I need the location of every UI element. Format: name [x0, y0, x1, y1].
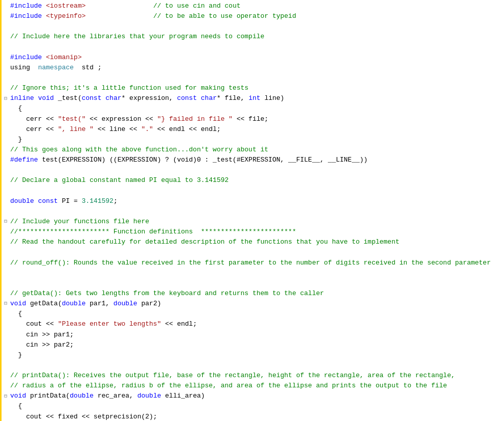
- code-text-span: #include <iostream> // to use cin and co…: [9, 1, 241, 11]
- code-line: cin >> par2;: [0, 340, 504, 350]
- code-editor: #include <iostream> // to use cin and co…: [0, 0, 504, 421]
- code-line: ⊟// Include your functions file here: [0, 217, 504, 227]
- code-text-span: cin >> par2;: [9, 340, 74, 350]
- code-line: #define test(EXPRESSION) ((EXPRESSION) ?…: [0, 155, 504, 165]
- code-text-span: [9, 21, 14, 32]
- fold-gutter-empty: [2, 340, 9, 350]
- code-text-span: [9, 360, 14, 371]
- fold-gutter-empty: [2, 73, 9, 83]
- code-text-span: // printData(): Receives the output file…: [9, 371, 455, 381]
- code-line: // getData(): Gets two lengths from the …: [0, 288, 504, 299]
- fold-gutter-empty: [2, 21, 9, 32]
- fold-gutter-empty: [2, 360, 9, 371]
- code-line: // printData(): Receives the output file…: [0, 371, 504, 381]
- fold-gutter-empty: [2, 196, 9, 206]
- code-line: double const PI = 3.141592;: [0, 196, 504, 206]
- code-text-span: // Include here the libraries that your …: [9, 32, 264, 42]
- code-line: using namespace std ;: [0, 63, 504, 73]
- code-line: [0, 73, 504, 83]
- code-text-span: [9, 247, 14, 257]
- code-line: // This goes along with the above functi…: [0, 145, 504, 155]
- fold-icon[interactable]: ⊟: [2, 391, 9, 401]
- fold-icon[interactable]: ⊟: [2, 299, 9, 309]
- code-line: #include <typeinfo> // to be able to use…: [0, 11, 504, 21]
- code-text-span: //*********************** Function defin…: [9, 227, 296, 237]
- code-text-span: cin >> par1;: [9, 330, 74, 340]
- code-text-span: [9, 42, 14, 52]
- code-line: {: [0, 309, 504, 319]
- code-text-span: using namespace std ;: [9, 63, 101, 73]
- code-text-span: void getData(double par1, double par2): [9, 299, 161, 309]
- fold-gutter-empty: [2, 1, 9, 11]
- code-line: ⊟void printData(double rec_area, double …: [0, 391, 504, 401]
- code-text-span: [9, 73, 14, 83]
- fold-gutter-empty: [2, 227, 9, 237]
- fold-gutter-empty: [2, 124, 9, 135]
- code-text-span: double const PI = 3.141592;: [9, 196, 118, 206]
- code-text-span: // Ignore this; it's a little function u…: [9, 83, 248, 93]
- code-line: [0, 268, 504, 278]
- code-line: cerr << ", line " << line << "." << endl…: [0, 124, 504, 135]
- code-line: [0, 186, 504, 196]
- fold-gutter-empty: [2, 278, 9, 288]
- code-text-span: #include <typeinfo> // to be able to use…: [9, 11, 296, 21]
- code-line: // Ignore this; it's a little function u…: [0, 83, 504, 93]
- fold-gutter-empty: [2, 330, 9, 340]
- code-text-span: #include <iomanip>: [9, 52, 81, 63]
- fold-gutter-empty: [2, 145, 9, 155]
- code-text-span: [9, 206, 14, 217]
- fold-gutter-empty: [2, 350, 9, 360]
- code-text-span: }: [9, 350, 22, 360]
- code-text-span: // This goes along with the above functi…: [9, 145, 268, 155]
- code-line: [0, 165, 504, 175]
- code-line: #include <iomanip>: [0, 52, 504, 63]
- code-line: [0, 42, 504, 52]
- fold-gutter-empty: [2, 309, 9, 319]
- code-text-span: cout << "Please enter two lengths" << en…: [9, 319, 197, 329]
- code-line: [0, 206, 504, 217]
- fold-icon[interactable]: ⊟: [2, 93, 9, 103]
- fold-gutter-empty: [2, 401, 9, 411]
- fold-gutter-empty: [2, 268, 9, 278]
- code-text-span: {: [9, 401, 22, 411]
- code-line: // round_off(): Rounds the value receive…: [0, 258, 504, 268]
- code-text-span: cerr << "test(" << expression << "} fail…: [9, 114, 268, 124]
- fold-gutter-empty: [2, 175, 9, 186]
- fold-gutter-empty: [2, 155, 9, 165]
- fold-gutter-empty: [2, 165, 9, 175]
- code-text-span: [9, 186, 14, 196]
- code-text-span: cout << fixed << setprecision(2);: [9, 412, 157, 421]
- code-line: //*********************** Function defin…: [0, 227, 504, 237]
- code-text-span: {: [9, 103, 22, 114]
- code-line: ⊟inline void _test(const char* expressio…: [0, 93, 504, 103]
- code-line: }: [0, 135, 504, 145]
- fold-gutter-empty: [2, 319, 9, 329]
- code-text-span: // radius a of the ellipse, radius b of …: [9, 381, 447, 391]
- fold-gutter-empty: [2, 114, 9, 124]
- code-line: // radius a of the ellipse, radius b of …: [0, 381, 504, 391]
- code-line: cout << fixed << setprecision(2);: [0, 412, 504, 421]
- code-text-span: // Include your functions file here: [9, 217, 149, 227]
- fold-gutter-empty: [2, 206, 9, 217]
- code-line: [0, 21, 504, 32]
- fold-gutter-empty: [2, 103, 9, 114]
- code-line: cin >> par1;: [0, 330, 504, 340]
- code-text-span: void printData(double rec_area, double e…: [9, 391, 205, 401]
- fold-gutter-empty: [2, 63, 9, 73]
- fold-gutter-empty: [2, 371, 9, 381]
- code-line: {: [0, 401, 504, 411]
- code-text-span: [9, 268, 14, 278]
- code-text-span: // round_off(): Rounds the value receive…: [9, 258, 491, 268]
- code-line: ⊟void getData(double par1, double par2): [0, 299, 504, 309]
- fold-gutter-empty: [2, 412, 9, 421]
- code-line: // Include here the libraries that your …: [0, 32, 504, 42]
- fold-icon[interactable]: ⊟: [2, 217, 9, 227]
- code-line: // Declare a global constant named PI eq…: [0, 175, 504, 186]
- fold-gutter-empty: [2, 288, 9, 299]
- code-text-span: inline void _test(const char* expression…: [9, 93, 284, 103]
- code-text-span: // getData(): Gets two lengths from the …: [9, 288, 324, 299]
- fold-gutter-empty: [2, 247, 9, 257]
- code-line: }: [0, 350, 504, 360]
- code-text-span: }: [9, 135, 22, 145]
- fold-gutter-empty: [2, 135, 9, 145]
